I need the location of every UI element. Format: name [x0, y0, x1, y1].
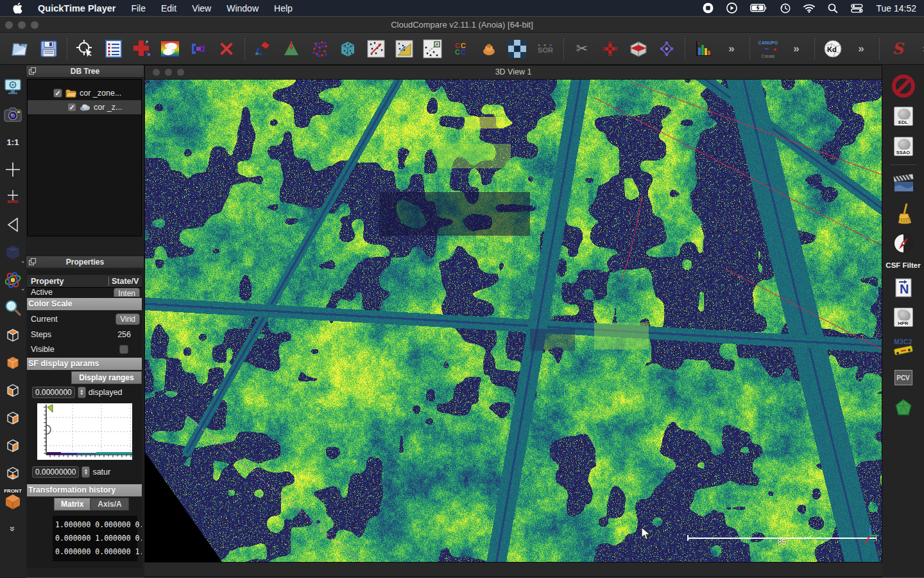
spotlight-search-icon[interactable] [828, 3, 838, 13]
visible-checkbox[interactable] [119, 345, 128, 354]
stepper-icon[interactable]: ▲▼ [78, 387, 86, 398]
previous-view-icon[interactable] [3, 215, 23, 235]
compass-plugin-icon[interactable] [891, 231, 916, 256]
menu-app-name[interactable]: QuickTime Player [38, 3, 116, 13]
window-title-bar[interactable]: CloudCompare v2.11.1 (Anoia) [64-bit] [0, 17, 924, 33]
float-panel-icon[interactable] [29, 67, 36, 74]
clean-broom-icon[interactable] [891, 201, 916, 225]
displayed-min-input[interactable]: 0.0000000 [32, 387, 75, 398]
csf-filter-label[interactable]: CSF Filter [886, 261, 920, 269]
point-picking-icon[interactable] [75, 38, 96, 60]
rasterize-icon[interactable] [479, 38, 499, 60]
properties-header[interactable]: Properties [26, 256, 144, 268]
checkbox-checked-icon[interactable]: ✓ [53, 89, 62, 98]
subsample-cloud-icon[interactable] [309, 38, 330, 60]
stepper-icon[interactable]: ▲▼ [81, 466, 90, 478]
facets-north-icon[interactable]: N [891, 275, 916, 299]
extract-sections-icon[interactable] [366, 38, 386, 60]
screenshot-camera-icon[interactable] [3, 104, 23, 125]
histogram-icon[interactable] [693, 38, 714, 60]
steps-value[interactable]: 256 [117, 330, 140, 339]
control-center-icon[interactable] [851, 4, 863, 13]
float-panel-icon[interactable] [29, 258, 36, 265]
point-list-picking-icon[interactable] [422, 38, 443, 60]
m3c2-plugin-icon[interactable]: M3C2 [891, 335, 916, 360]
zoom-magnifier-icon[interactable] [3, 297, 23, 318]
tree-item-cloud[interactable]: ✓ cor _z... [28, 100, 141, 114]
db-tree-header[interactable]: DB Tree [26, 65, 144, 78]
pcv-plugin-icon[interactable]: PCV [891, 365, 916, 390]
sor-filter-icon[interactable]: ● ● ● SOR [535, 38, 556, 60]
apple-logo-icon[interactable] [13, 3, 22, 13]
menu-edit[interactable]: Edit [161, 3, 176, 13]
clipping-box-icon[interactable] [600, 38, 620, 60]
add-point-list-icon[interactable] [132, 38, 152, 60]
cross-section-icon[interactable] [628, 38, 649, 60]
view-left-icon[interactable] [3, 380, 23, 401]
play-status-icon[interactable] [726, 3, 737, 13]
connected-components-icon[interactable] [656, 38, 677, 60]
animation-plugin-icon[interactable] [891, 171, 916, 195]
hpr-plugin-icon[interactable]: HPR [891, 305, 916, 329]
octree-compute-icon[interactable] [338, 38, 358, 60]
tree-item-folder[interactable]: ✓ cor _zone... [28, 86, 141, 100]
cloud-cloud-distance-icon[interactable]: CCCC [450, 38, 471, 60]
edl-shader-icon[interactable]: EDL [891, 104, 916, 128]
canupo-overflow-icon[interactable]: » [786, 38, 807, 60]
close-window-icon[interactable] [5, 21, 13, 29]
canupo-plugin-icon[interactable]: CANUPO Create [758, 38, 778, 60]
merge-clouds-icon[interactable] [188, 38, 209, 60]
view-top-icon[interactable] [3, 325, 23, 346]
menu-file[interactable]: File [131, 3, 146, 13]
menu-window[interactable]: Window [227, 3, 259, 13]
close-view-icon[interactable] [153, 69, 160, 76]
saturation-input[interactable]: 0.00000000 [32, 466, 79, 478]
menu-help[interactable]: Help [274, 3, 293, 13]
delete-entity-icon[interactable] [216, 38, 237, 60]
no-filter-icon[interactable] [891, 74, 916, 98]
spline-plugin-icon[interactable]: S [887, 38, 908, 60]
display-settings-icon[interactable] [3, 76, 23, 97]
3d-view-title-bar[interactable]: 3D View 1 [145, 66, 882, 80]
minimize-view-icon[interactable] [165, 69, 172, 76]
time-machine-icon[interactable] [780, 3, 791, 13]
menu-view[interactable]: View [192, 3, 211, 13]
checkbox-checked-icon[interactable]: ✓ [67, 103, 76, 112]
left-toolbar-overflow-icon[interactable]: » [3, 518, 23, 539]
ssao-shader-icon[interactable]: SSAO [891, 134, 916, 159]
view-front-icon[interactable] [3, 353, 23, 373]
auto-pick-center-icon[interactable]: auto [3, 187, 23, 207]
zoom-fit-icon[interactable] [3, 159, 23, 180]
clone-entity-sheep-icon[interactable] [160, 38, 180, 60]
view-iso-front-icon[interactable]: FRONT [3, 491, 23, 511]
battery-icon[interactable] [750, 4, 767, 12]
spline-overflow-icon[interactable]: » [916, 38, 924, 60]
compute-volume-icon[interactable] [507, 38, 527, 60]
display-ranges-button[interactable]: Display ranges [71, 371, 142, 384]
wifi-icon[interactable] [803, 4, 815, 13]
translate-rotate-icon[interactable] [253, 38, 273, 60]
save-file-icon[interactable] [38, 38, 59, 60]
view-right-icon[interactable] [3, 435, 23, 456]
active-sf-dropdown[interactable]: Inten [114, 288, 140, 297]
zoom-window-icon[interactable] [31, 21, 38, 29]
minimize-window-icon[interactable] [18, 21, 26, 29]
screen-record-stop-icon[interactable] [703, 3, 714, 13]
current-scale-dropdown[interactable]: Virid [116, 313, 140, 325]
menu-clock[interactable]: Tue 14:52 [876, 3, 916, 13]
rotation-mode-icon[interactable]: ⌄ [3, 270, 23, 290]
kd-overflow-icon[interactable]: » [851, 38, 871, 60]
view-bottom-icon[interactable] [3, 463, 23, 484]
zoom-view-icon[interactable] [177, 69, 184, 76]
pivot-visibility-icon[interactable]: ⌄ [3, 242, 23, 263]
fit-primitive-icon[interactable] [281, 38, 302, 60]
clone-properties-icon[interactable] [103, 38, 124, 60]
view-back-icon[interactable] [3, 408, 23, 428]
point-cloud-render[interactable] [145, 80, 882, 562]
tab-axis-angle[interactable]: Axis/A [90, 498, 128, 511]
sf-histogram[interactable] [37, 403, 132, 460]
scissors-segment-icon[interactable]: ✂ [572, 38, 592, 60]
poisson-recon-icon[interactable] [891, 396, 916, 420]
kd-tree-plugin-icon[interactable]: Kd [823, 38, 843, 60]
db-tree-list[interactable]: ✓ cor _zone... ✓ cor _z... [27, 79, 142, 236]
